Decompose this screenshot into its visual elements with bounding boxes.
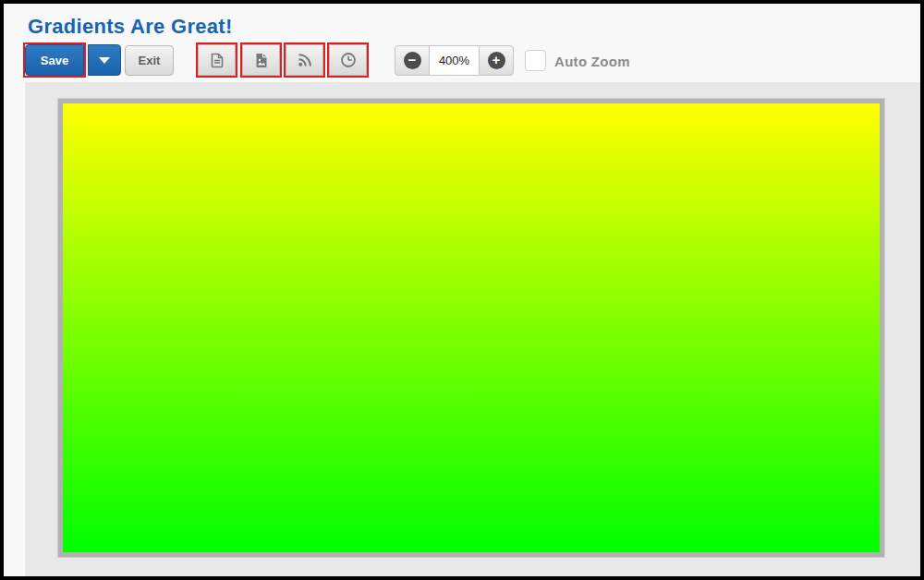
auto-zoom-label: Auto Zoom xyxy=(554,54,630,69)
zoom-controls: − 400% + xyxy=(395,45,514,76)
plus-icon: + xyxy=(488,52,505,69)
minus-icon: − xyxy=(404,52,421,69)
document-icon xyxy=(208,51,226,69)
auto-zoom-checkbox[interactable] xyxy=(525,50,546,71)
rss-button[interactable] xyxy=(286,44,323,76)
app-window: Gradients Are Great! Save Exit xyxy=(0,0,924,580)
save-button[interactable]: Save xyxy=(25,44,84,76)
image-icon xyxy=(252,51,271,69)
document-button[interactable] xyxy=(198,44,236,76)
page-title: Gradients Are Great! xyxy=(28,15,233,39)
image-button[interactable] xyxy=(242,44,280,76)
zoom-out-button[interactable]: − xyxy=(395,45,430,76)
rss-button-highlight xyxy=(284,42,325,78)
rss-icon xyxy=(296,51,314,69)
clock-button[interactable] xyxy=(329,44,367,76)
save-dropdown-button[interactable] xyxy=(88,44,121,76)
gradient-canvas[interactable] xyxy=(58,99,884,557)
chevron-down-icon xyxy=(99,57,110,64)
document-button-highlight xyxy=(196,42,237,78)
zoom-in-button[interactable]: + xyxy=(479,45,514,76)
zoom-level-field[interactable]: 400% xyxy=(430,45,479,76)
save-button-highlight: Save xyxy=(23,42,86,78)
image-button-highlight xyxy=(240,42,282,78)
clock-icon xyxy=(339,51,358,69)
clock-button-highlight xyxy=(327,42,369,78)
exit-button[interactable]: Exit xyxy=(125,45,174,76)
